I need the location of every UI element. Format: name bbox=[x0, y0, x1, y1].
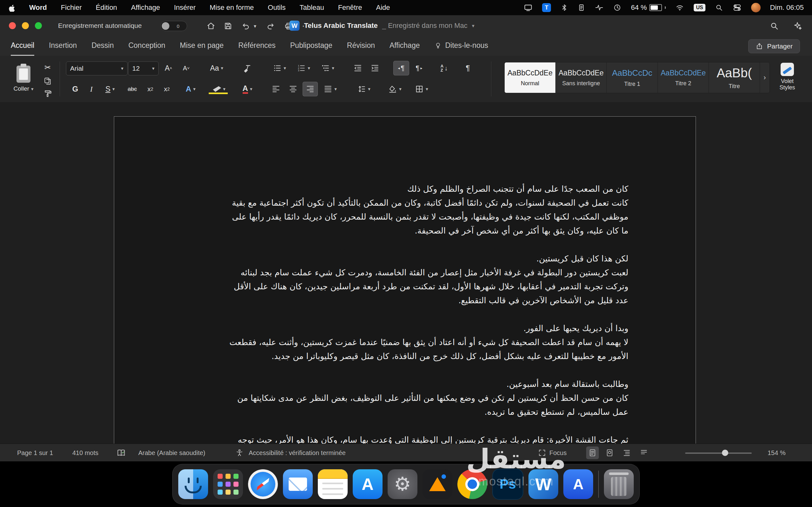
tab-mise-en-page[interactable]: Mise en page bbox=[180, 36, 223, 56]
ltr-direction-button[interactable]: ¶▸ bbox=[411, 61, 427, 75]
document-status-icon[interactable] bbox=[577, 3, 585, 12]
tab-references[interactable]: Références bbox=[238, 36, 275, 56]
align-center-button[interactable] bbox=[286, 82, 301, 96]
clear-formatting-button[interactable] bbox=[239, 61, 256, 75]
styles-pane-button[interactable]: Volet Styles bbox=[773, 63, 802, 91]
wifi-icon[interactable] bbox=[675, 3, 684, 12]
align-right-button[interactable] bbox=[303, 82, 318, 96]
menubar-clock[interactable]: Dim. 06:05 bbox=[770, 3, 804, 12]
menu-fenetre[interactable]: Fenêtre bbox=[338, 3, 362, 12]
cut-icon[interactable]: ✂ bbox=[41, 60, 55, 75]
justify-button[interactable]: ▾ bbox=[320, 82, 341, 96]
style-titre[interactable]: AaBb( Titre bbox=[709, 62, 760, 93]
home-icon[interactable] bbox=[206, 20, 216, 32]
increase-indent-button[interactable] bbox=[367, 61, 383, 75]
web-layout-view-icon[interactable] bbox=[603, 447, 616, 459]
print-layout-view-icon[interactable] bbox=[586, 447, 599, 459]
close-window-button[interactable] bbox=[9, 22, 16, 29]
app-store-dock-icon[interactable]: A bbox=[353, 469, 383, 499]
spellcheck-icon[interactable] bbox=[117, 444, 125, 462]
format-painter-icon[interactable] bbox=[41, 86, 55, 101]
apple-menu-icon[interactable] bbox=[8, 3, 15, 12]
word-dock-icon[interactable]: W bbox=[528, 469, 558, 499]
style-titre-2[interactable]: AaBbCcDdEe Titre 2 bbox=[658, 62, 709, 93]
style-titre-1[interactable]: AaBbCcDc Titre 1 bbox=[607, 62, 658, 93]
menu-mise-en-forme[interactable]: Mise en forme bbox=[210, 3, 254, 12]
copilot-sparkle-icon[interactable] bbox=[792, 20, 803, 32]
italic-button[interactable]: I bbox=[85, 82, 98, 96]
word-count[interactable]: 410 mots bbox=[72, 444, 98, 462]
tab-accueil[interactable]: Accueil bbox=[11, 36, 34, 56]
spotlight-search-icon[interactable] bbox=[715, 3, 723, 12]
activity-monitor-icon[interactable] bbox=[595, 3, 604, 12]
bluetooth-icon[interactable] bbox=[560, 3, 568, 12]
photoshop-dock-icon[interactable]: Ps bbox=[492, 469, 523, 500]
tab-insertion[interactable]: Insertion bbox=[49, 36, 77, 56]
battery-indicator[interactable]: 64 % bbox=[631, 3, 666, 12]
align-left-button[interactable] bbox=[268, 82, 284, 96]
zoom-window-button[interactable] bbox=[35, 22, 42, 29]
tab-tell-me[interactable]: Dites-le-nous bbox=[434, 36, 488, 56]
keyboard-layout-badge[interactable]: US bbox=[694, 4, 705, 11]
line-spacing-button[interactable]: ▾ bbox=[353, 82, 375, 96]
superscript-button[interactable]: x2 bbox=[159, 82, 174, 96]
menu-outils[interactable]: Outils bbox=[268, 3, 286, 12]
menu-tableau[interactable]: Tableau bbox=[300, 3, 324, 12]
outline-view-icon[interactable] bbox=[620, 447, 633, 459]
tab-affichage[interactable]: Affichage bbox=[390, 36, 420, 56]
save-icon[interactable] bbox=[223, 20, 234, 32]
decrease-indent-button[interactable] bbox=[350, 61, 365, 75]
finder-dock-icon[interactable] bbox=[178, 469, 208, 499]
tab-revision[interactable]: Révision bbox=[347, 36, 375, 56]
share-button[interactable]: Partager bbox=[748, 39, 800, 53]
font-size-select[interactable]: 12▾ bbox=[128, 61, 159, 75]
style-sans-interligne[interactable]: AaBbCcDdEe Sans interligne bbox=[556, 62, 607, 93]
translate-app-dock-icon[interactable]: A bbox=[563, 469, 593, 499]
document-title[interactable]: Telus Arabic Translate bbox=[304, 21, 377, 30]
minimize-window-button[interactable] bbox=[22, 22, 29, 29]
user-avatar[interactable] bbox=[751, 3, 761, 12]
accessibility-status[interactable]: Accessibilité : vérification terminée bbox=[249, 444, 346, 462]
menubar-app-name[interactable]: Word bbox=[29, 3, 47, 12]
menu-inserer[interactable]: Insérer bbox=[174, 3, 195, 12]
shrink-font-button[interactable]: A˅ bbox=[178, 61, 194, 75]
notes-dock-icon[interactable] bbox=[318, 469, 348, 499]
bold-button[interactable]: G bbox=[68, 82, 83, 96]
accessibility-icon[interactable] bbox=[235, 444, 244, 462]
subscript-button[interactable]: x2 bbox=[143, 82, 158, 96]
menu-aide[interactable]: Aide bbox=[376, 3, 390, 12]
autosave-toggle[interactable]: 0 bbox=[160, 21, 187, 31]
font-name-select[interactable]: Arial▾ bbox=[66, 61, 128, 75]
bullets-button[interactable]: ▾ bbox=[268, 61, 291, 75]
undo-icon[interactable] bbox=[241, 20, 251, 32]
underline-button[interactable]: S▾ bbox=[100, 82, 120, 96]
search-icon[interactable] bbox=[769, 20, 780, 32]
style-normal[interactable]: AaBbCcDdEe Normal bbox=[505, 62, 556, 93]
page-count[interactable]: Page 1 sur 1 bbox=[17, 444, 53, 462]
change-case-button[interactable]: Aa▾ bbox=[206, 61, 228, 75]
document-text[interactable]: كان من الصعب جدًا على سام أن تتجنب الصرا… bbox=[114, 117, 696, 444]
multilevel-list-button[interactable]: ▾ bbox=[316, 61, 339, 75]
tab-publipostage[interactable]: Publipostage bbox=[290, 36, 333, 56]
zoom-slider-thumb[interactable] bbox=[722, 450, 728, 456]
show-paragraph-marks-button[interactable]: ¶ bbox=[461, 61, 475, 75]
grow-font-button[interactable]: A˄ bbox=[160, 61, 176, 75]
draft-view-icon[interactable] bbox=[638, 447, 650, 459]
menu-fichier[interactable]: Fichier bbox=[61, 3, 82, 12]
styles-gallery-more-icon[interactable]: › bbox=[760, 62, 769, 93]
menu-affichage[interactable]: Affichage bbox=[131, 3, 160, 12]
chrome-dock-icon[interactable] bbox=[457, 469, 487, 499]
title-dropdown-chevron-icon[interactable]: ▾ bbox=[472, 23, 474, 29]
trash-dock-icon[interactable] bbox=[604, 469, 634, 499]
document-page[interactable]: كان من الصعب جدًا على سام أن تتجنب الصرا… bbox=[114, 116, 696, 444]
launchpad-dock-icon[interactable] bbox=[213, 469, 243, 499]
zoom-slider[interactable] bbox=[685, 447, 752, 459]
menu-edition[interactable]: Édition bbox=[96, 3, 117, 12]
mail-dock-icon[interactable] bbox=[283, 469, 313, 499]
app-t-menu-icon[interactable]: T bbox=[542, 3, 551, 12]
shading-button[interactable]: ▾ bbox=[383, 82, 407, 96]
strikethrough-button[interactable]: abc bbox=[123, 82, 142, 96]
highlight-button[interactable]: ▾ bbox=[206, 82, 233, 96]
tab-conception[interactable]: Conception bbox=[129, 36, 165, 56]
sort-button[interactable]: AZ ↓ bbox=[435, 61, 453, 75]
